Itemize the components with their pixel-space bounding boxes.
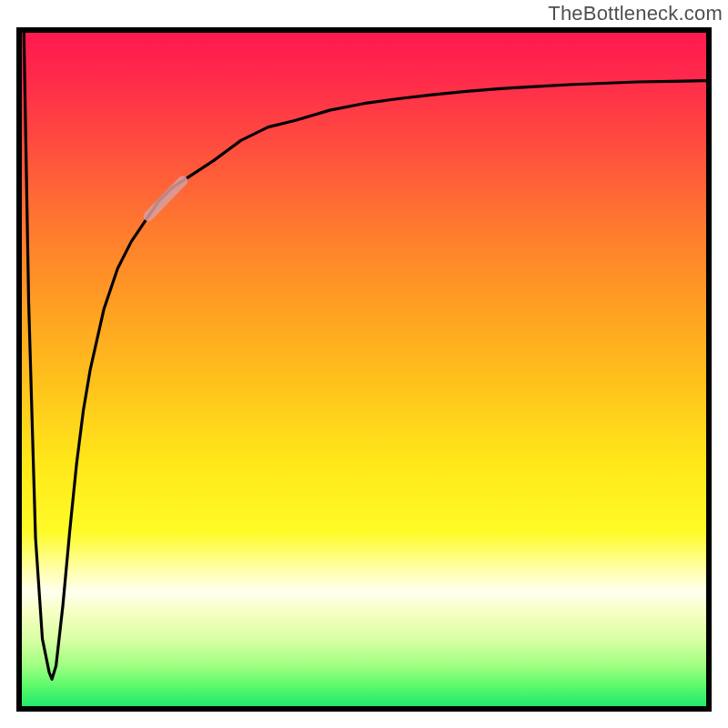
bottleneck-curve <box>24 33 706 679</box>
chart-svg <box>22 33 706 706</box>
curve-highlight-segment <box>148 181 183 217</box>
chart-frame <box>16 27 712 712</box>
watermark-text: TheBottleneck.com <box>548 2 723 25</box>
